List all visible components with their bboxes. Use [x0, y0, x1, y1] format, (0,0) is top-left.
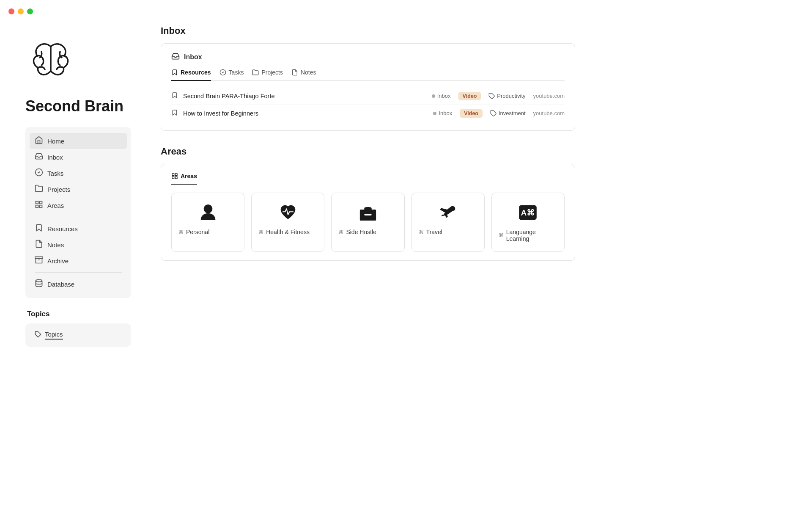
brain-logo — [25, 34, 76, 85]
sidebar-item-database-label: Database — [47, 281, 74, 288]
sidebar-item-archive[interactable]: Archive — [30, 253, 127, 269]
nav-divider-2 — [35, 272, 122, 273]
tab-notes-label: Notes — [301, 69, 316, 76]
resource-source-2: youtube.com — [533, 110, 565, 116]
nav-divider-1 — [35, 217, 122, 217]
page-title: Second Brain — [25, 97, 131, 115]
status-dot-1 — [432, 94, 435, 98]
area-card-sidehustle-label: ⌘ Side Hustle — [338, 229, 376, 235]
area-card-personal-label: ⌘ Personal — [178, 229, 209, 235]
resource-name-2[interactable]: How to Invest for Beginners — [183, 110, 428, 117]
area-card-health[interactable]: ⌘ Health & Fitness — [251, 193, 324, 252]
sidebar-item-home-label: Home — [47, 138, 64, 145]
resources-icon — [35, 224, 43, 234]
svg-rect-13 — [172, 174, 174, 176]
inbox-block-title: Inbox — [184, 53, 202, 61]
tag-icon — [35, 331, 41, 339]
projects-icon — [35, 184, 43, 194]
app-container: Second Brain Home Inbox — [0, 0, 812, 364]
svg-rect-2 — [36, 202, 38, 204]
cmd-icon-sidehustle: ⌘ — [338, 229, 343, 235]
resource-row-2: How to Invest for Beginners Inbox Video … — [171, 105, 565, 122]
tab-projects[interactable]: Projects — [252, 69, 283, 81]
archive-icon — [35, 256, 43, 266]
tab-notes[interactable]: Notes — [291, 69, 316, 81]
svg-rect-20 — [364, 214, 371, 215]
traffic-lights — [8, 8, 33, 14]
svg-rect-3 — [40, 202, 42, 204]
resource-status-2: Inbox — [433, 110, 452, 116]
person-icon — [178, 202, 237, 224]
topics-item[interactable]: Topics — [30, 328, 127, 342]
minimize-button[interactable] — [18, 8, 24, 14]
resource-type-1: Video — [458, 92, 481, 100]
resource-name-1[interactable]: Second Brain PARA-Thiago Forte — [183, 93, 427, 99]
area-card-health-label: ⌘ Health & Fitness — [258, 229, 310, 235]
inbox-block-header: Inbox — [171, 52, 565, 62]
resource-source-1: youtube.com — [533, 93, 565, 99]
svg-rect-6 — [35, 257, 43, 259]
cmd-icon-travel: ⌘ — [419, 229, 424, 235]
area-card-travel[interactable]: ⌘ Travel — [411, 193, 485, 252]
svg-point-17 — [203, 204, 212, 213]
sidebar-item-home[interactable]: Home — [30, 133, 127, 149]
sidebar-item-inbox[interactable]: Inbox — [30, 149, 127, 165]
svg-point-8 — [36, 280, 42, 282]
area-card-language[interactable]: A⌘ ⌘ Languange Learning — [491, 193, 565, 252]
tasks-icon — [35, 168, 43, 178]
close-button[interactable] — [8, 8, 14, 14]
notes-icon — [35, 240, 43, 250]
sidebar-item-areas[interactable]: Areas — [30, 197, 127, 213]
resource-bookmark-icon-2 — [171, 109, 178, 117]
tab-tasks-label: Tasks — [229, 69, 244, 76]
inbox-block-icon — [171, 52, 180, 62]
inbox-section-heading: Inbox — [161, 25, 575, 36]
resource-row: Second Brain PARA-Thiago Forte Inbox Vid… — [171, 88, 565, 105]
topics-section: Topics Topics — [25, 310, 131, 347]
sidebar-item-notes[interactable]: Notes — [30, 237, 127, 253]
areas-block: Areas ⌘ — [161, 164, 575, 261]
areas-grid: ⌘ Personal ⌘ — [171, 193, 565, 252]
inbox-tabs: Resources Tasks Projects Notes — [171, 69, 565, 81]
sidebar-item-database[interactable]: Database — [30, 276, 127, 292]
sidebar-item-inbox-label: Inbox — [47, 154, 63, 161]
areas-tabs: Areas — [171, 173, 565, 185]
sidebar-item-projects[interactable]: Projects — [30, 181, 127, 197]
resource-bookmark-icon-1 — [171, 92, 178, 100]
tab-projects-label: Projects — [261, 69, 283, 76]
sidebar-item-resources-label: Resources — [47, 225, 78, 232]
sidebar-nav: Home Inbox Tasks — [25, 127, 131, 298]
status-dot-2 — [433, 112, 436, 115]
area-card-personal[interactable]: ⌘ Personal — [171, 193, 244, 252]
sidebar-item-tasks[interactable]: Tasks — [30, 165, 127, 181]
sidebar-item-archive-label: Archive — [47, 257, 69, 265]
heart-pulse-icon — [258, 202, 317, 224]
maximize-button[interactable] — [27, 8, 33, 14]
svg-text:A⌘: A⌘ — [521, 208, 535, 217]
sidebar-item-projects-label: Projects — [47, 186, 70, 193]
topics-sub: Topics — [25, 323, 131, 347]
svg-rect-16 — [175, 177, 177, 179]
language-icon: A⌘ — [499, 202, 557, 224]
inbox-block: Inbox Resources Tasks Projects — [161, 43, 575, 131]
tab-tasks[interactable]: Tasks — [219, 69, 244, 81]
svg-rect-14 — [175, 174, 177, 176]
topics-item-label: Topics — [45, 331, 63, 340]
sidebar-item-resources[interactable]: Resources — [30, 221, 127, 237]
resource-topic-1: Productivity — [488, 93, 525, 99]
areas-section-heading: Areas — [161, 146, 575, 157]
tab-resources[interactable]: Resources — [171, 69, 211, 81]
sidebar-item-notes-label: Notes — [47, 241, 64, 248]
home-icon — [35, 136, 43, 146]
areas-icon — [35, 200, 43, 210]
tab-areas[interactable]: Areas — [171, 173, 197, 185]
right-content: Inbox Inbox Resources — [144, 25, 609, 364]
resource-type-2: Video — [460, 109, 483, 118]
svg-rect-5 — [40, 205, 42, 208]
area-card-language-label: ⌘ Languange Learning — [499, 229, 557, 242]
tab-areas-label: Areas — [181, 173, 197, 179]
left-panel: Second Brain Home Inbox — [0, 25, 144, 364]
area-card-sidehustle[interactable]: ⌘ Side Hustle — [331, 193, 404, 252]
database-icon — [35, 279, 43, 289]
resource-status-1: Inbox — [432, 93, 451, 99]
